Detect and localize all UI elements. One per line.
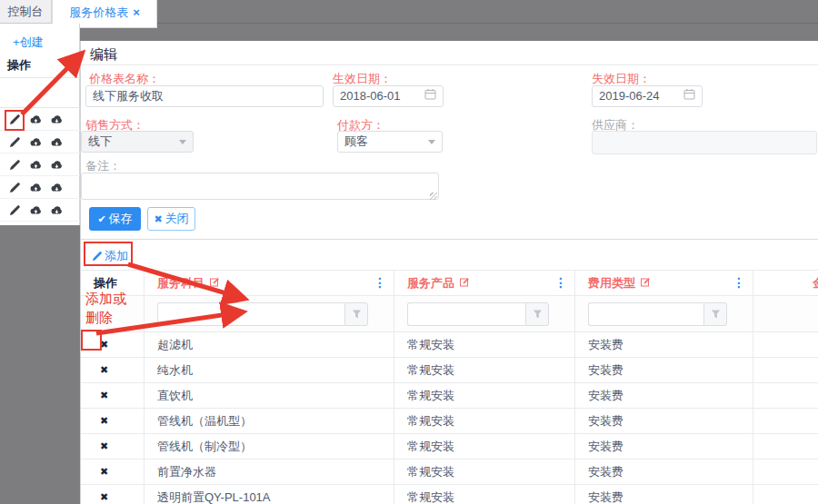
cell-subject: 透明前置QY-PL-101A — [145, 485, 394, 504]
edit-dialog: 编辑 价格表名称： 生效日期： 2018-06-01 失效日期： 2019-06… — [80, 41, 818, 504]
funnel-icon[interactable] — [703, 302, 727, 326]
cloud-upload-icon[interactable] — [29, 114, 42, 124]
cloud-download-icon[interactable] — [50, 114, 63, 124]
funnel-icon[interactable] — [525, 302, 549, 326]
pencil-icon — [92, 251, 103, 262]
cell-subject: 管线机（温机型） — [145, 409, 394, 433]
cloud-download-icon[interactable] — [50, 183, 63, 193]
tab-close-icon[interactable]: × — [133, 5, 140, 19]
cell-amount — [753, 332, 818, 357]
effective-date-input[interactable]: 2018-06-01 — [333, 85, 444, 107]
remark-textarea[interactable] — [81, 173, 439, 200]
add-row-button[interactable]: 添加 — [92, 248, 128, 264]
edit-pencil-icon[interactable] — [9, 114, 21, 125]
filter-cell-subject — [145, 296, 394, 331]
cloud-upload-icon[interactable] — [29, 205, 42, 215]
edit-pencil-icon[interactable] — [9, 159, 21, 171]
column-menu-icon[interactable]: ⋮ — [374, 275, 386, 290]
grid-header-row: 操作 服务科目 ⋮ 服务产品 ⋮ 费用类型 ⋮ 金额 — [81, 270, 818, 296]
cell-subject: 超滤机 — [145, 332, 394, 357]
cell-fee-type: 安装费 — [575, 485, 753, 504]
edit-pencil-icon[interactable] — [9, 182, 21, 193]
create-button[interactable]: +创建 — [13, 35, 44, 51]
cell-amount — [753, 383, 818, 408]
operation-row — [0, 176, 80, 199]
cell-amount — [753, 434, 818, 459]
dialog-title: 编辑 — [90, 46, 117, 64]
calendar-icon — [683, 86, 695, 106]
payer-select[interactable]: 顾客 — [337, 131, 443, 153]
row-delete-button[interactable]: ✖ — [94, 466, 108, 478]
supplier-input[interactable] — [592, 131, 817, 154]
filter-cell-product — [394, 296, 575, 331]
cell-product: 常规安装 — [394, 485, 575, 504]
name-input[interactable] — [85, 85, 324, 107]
cell-fee-type: 安装费 — [575, 383, 753, 408]
dialog-header: 编辑 — [81, 41, 818, 65]
price-items-grid: 添加 操作 服务科目 ⋮ 服务产品 ⋮ 费用类型 ⋮ — [81, 239, 818, 240]
close-button[interactable]: ✖关闭 — [147, 207, 195, 231]
row-delete-button[interactable]: ✖ — [94, 491, 108, 503]
cell-subject: 直饮机 — [145, 383, 394, 408]
tab-label: 服务价格表 — [69, 5, 128, 19]
operation-row — [0, 153, 80, 176]
tab-console[interactable]: 控制台 — [0, 0, 52, 23]
sale-mode-select[interactable]: 线下 — [81, 131, 194, 153]
cell-fee-type: 安装费 — [575, 434, 753, 459]
save-button[interactable]: ✔保存 — [89, 207, 141, 231]
row-delete-button[interactable]: ✖ — [94, 339, 108, 351]
funnel-icon[interactable] — [344, 302, 368, 326]
cell-product: 常规安装 — [394, 434, 575, 459]
row-delete-button[interactable]: ✖ — [94, 440, 108, 452]
row-delete-button[interactable]: ✖ — [94, 415, 108, 427]
edit-pencil-icon[interactable] — [9, 204, 21, 216]
cell-amount — [753, 409, 818, 433]
table-row: ✖ 管线机（制冷型） 常规安装 安装费 — [81, 434, 818, 460]
cloud-download-icon[interactable] — [50, 137, 63, 147]
column-menu-icon[interactable]: ⋮ — [554, 275, 567, 290]
divider — [0, 77, 80, 78]
column-menu-icon[interactable]: ⋮ — [733, 275, 745, 290]
edit-header-icon[interactable] — [641, 276, 651, 290]
column-header-product: 服务产品 ⋮ — [394, 271, 575, 295]
resize-grip-icon[interactable] — [430, 193, 437, 200]
table-row: ✖ 透明前置QY-PL-101A 常规安装 安装费 — [81, 485, 818, 504]
cell-fee-type: 安装费 — [575, 332, 753, 357]
column-header-subject: 服务科目 ⋮ — [145, 271, 394, 295]
edit-header-icon[interactable] — [460, 276, 470, 290]
expire-date-input[interactable]: 2019-06-24 — [592, 85, 703, 107]
calendar-icon — [424, 86, 436, 106]
operation-rows — [0, 108, 80, 222]
filter-cell-empty — [81, 296, 145, 331]
cell-amount — [753, 485, 818, 504]
cell-fee-type: 安装费 — [575, 358, 753, 382]
row-delete-button[interactable]: ✖ — [94, 364, 108, 376]
row-delete-button[interactable]: ✖ — [94, 390, 108, 401]
table-row: ✖ 前置净水器 常规安装 安装费 — [81, 460, 818, 485]
operation-column-header: 操作 — [7, 57, 31, 74]
table-row: ✖ 直饮机 常规安装 安装费 — [81, 383, 818, 409]
cell-fee-type: 安装费 — [575, 409, 753, 433]
grid-body: ✖ 超滤机 常规安装 安装费 ✖ 纯水机 常规安装 安装费 ✖ 直饮机 常规安装… — [81, 332, 818, 504]
cell-subject: 前置净水器 — [145, 460, 394, 484]
column-header-fee-type: 费用类型 ⋮ — [575, 271, 753, 295]
check-icon: ✔ — [97, 213, 105, 224]
edit-pencil-icon[interactable] — [9, 136, 21, 148]
fee-type-filter-input[interactable] — [588, 302, 703, 326]
cloud-upload-icon[interactable] — [29, 160, 42, 170]
table-row: ✖ 纯水机 常规安装 安装费 — [81, 358, 818, 383]
cloud-download-icon[interactable] — [50, 205, 63, 215]
cloud-upload-icon[interactable] — [29, 183, 42, 193]
filter-cell-fee-type — [575, 296, 753, 331]
cloud-download-icon[interactable] — [50, 160, 63, 170]
cell-fee-type: 安装费 — [575, 460, 753, 484]
edit-header-icon[interactable] — [210, 276, 220, 290]
grid-filter-row — [81, 296, 818, 332]
page: 控制台 服务价格表× +创建 操作 编辑 价格表名称： — [0, 0, 818, 504]
product-filter-input[interactable] — [407, 302, 525, 326]
subject-filter-input[interactable] — [157, 302, 344, 326]
cell-product: 常规安装 — [394, 409, 575, 433]
plus-icon: + — [13, 35, 20, 49]
cell-product: 常规安装 — [394, 332, 575, 357]
cloud-upload-icon[interactable] — [29, 137, 42, 147]
